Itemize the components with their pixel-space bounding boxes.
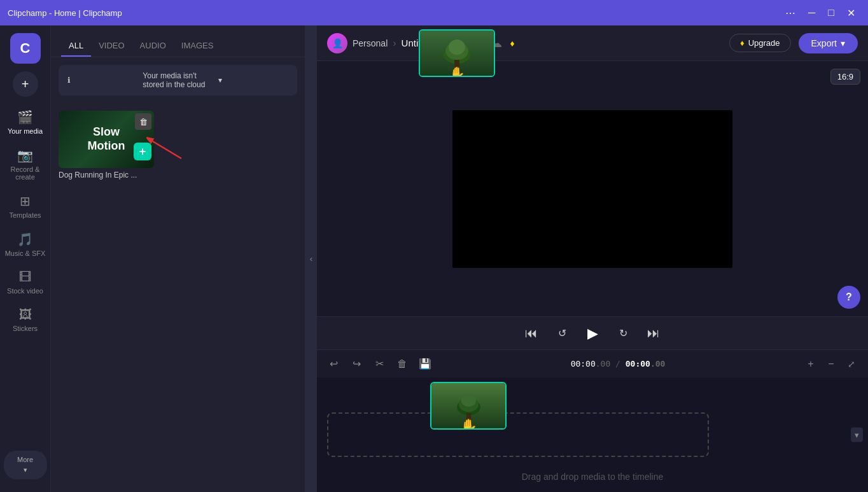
export-chevron-icon: ▾	[841, 38, 845, 48]
scroll-down-icon: ▾	[855, 430, 859, 440]
tab-images[interactable]: IMAGES	[174, 36, 221, 57]
titlebar-more-btn[interactable]: ⋯	[780, 4, 801, 22]
video-title-overlay: SlowMotion	[88, 125, 125, 153]
list-item[interactable]: SlowMotion 🗑 + Dog Running In Epic ...	[59, 111, 154, 179]
logo-letter: C	[20, 40, 31, 57]
sidebar-item-record-create[interactable]: 📷 Record & create	[3, 143, 48, 186]
redo-icon: ↪	[353, 358, 361, 370]
drag-cursor-icon: ✋	[449, 66, 465, 77]
sidebar-nav: C + 🎬 Your media 📷 Record & create ⊞ Tem…	[0, 25, 51, 492]
stickers-icon: 🖼	[19, 307, 32, 322]
breadcrumb-arrow-icon: ›	[393, 38, 396, 49]
svg-line-1	[153, 141, 181, 158]
skip-end-icon: ⏭	[647, 326, 660, 341]
sidebar-item-music-sfx[interactable]: 🎵 Music & SFX	[3, 227, 48, 262]
svg-point-9	[461, 394, 476, 407]
arrow-indicator	[146, 136, 185, 162]
undo-icon: ↩	[330, 358, 338, 370]
info-icon: ℹ	[67, 76, 137, 85]
skip-start-icon: ⏮	[525, 326, 538, 341]
music-icon: 🎵	[17, 232, 33, 247]
music-label: Music & SFX	[5, 250, 46, 257]
video-clip-on-timeline[interactable]: ✋	[430, 382, 507, 430]
skip-to-start-button[interactable]: ⏮	[521, 323, 542, 344]
sidebar-item-stock-video[interactable]: 🎞 Stock video	[3, 265, 48, 300]
help-button[interactable]: ?	[837, 286, 860, 309]
upgrade-label: Upgrade	[748, 38, 780, 48]
media-delete-button[interactable]: 🗑	[135, 113, 151, 130]
rewind-5s-button[interactable]: ↺	[552, 323, 572, 344]
zoom-out-button[interactable]: −	[822, 355, 840, 373]
sidebar-logo[interactable]: C	[10, 33, 41, 64]
titlebar-left: Clipchamp - Home | Clipchamp	[8, 8, 122, 18]
timeline-area: ✋ Drag and drop media to the timeline ▾	[317, 377, 868, 492]
title-bar: Clipchamp - Home | Clipchamp ⋯ ─ □ ✕	[0, 0, 868, 25]
aspect-ratio-badge[interactable]: 16:9	[830, 69, 860, 85]
current-time: 00:00.00	[571, 359, 615, 369]
record-create-icon: 📷	[17, 148, 33, 163]
titlebar-close-btn[interactable]: ✕	[842, 4, 860, 22]
export-button[interactable]: Export ▾	[799, 33, 858, 53]
cut-icon: ✂	[375, 358, 384, 370]
redo-button[interactable]: ↪	[347, 355, 365, 373]
media-panel: ALL VIDEO AUDIO IMAGES ℹ Your media isn'…	[51, 25, 305, 492]
crown-icon: ♦	[510, 38, 514, 48]
titlebar-controls: ⋯ ─ □ ✕	[780, 4, 860, 22]
save-icon: 💾	[419, 358, 431, 370]
forward-5-icon: ↻	[619, 327, 627, 339]
cloud-banner-text: Your media isn't stored in the cloud	[143, 71, 213, 89]
panel-collapse-button[interactable]: ‹	[305, 25, 317, 492]
time-separator: /	[615, 359, 620, 369]
main-layout: C + 🎬 Your media 📷 Record & create ⊞ Tem…	[0, 25, 868, 492]
more-button[interactable]: More ▾	[4, 451, 47, 479]
tab-all[interactable]: ALL	[61, 36, 91, 57]
upgrade-button[interactable]: ♦ Upgrade	[729, 34, 791, 52]
undo-button[interactable]: ↩	[325, 355, 342, 373]
your-media-icon: 🎬	[17, 109, 33, 125]
playback-controls: ⏮ ↺ ▶ ↻ ⏭	[317, 316, 868, 349]
cloud-banner-chevron-icon: ▾	[218, 76, 288, 85]
tab-audio[interactable]: AUDIO	[132, 36, 174, 57]
svg-point-5	[449, 39, 465, 55]
zoom-in-button[interactable]: +	[802, 355, 820, 373]
titlebar-minimize-btn[interactable]: ─	[803, 4, 820, 22]
timeline-controls: ↩ ↪ ✂ 🗑 💾 00:00.00 / 00:00.00	[317, 349, 868, 377]
play-icon: ▶	[587, 325, 598, 342]
collapse-icon: ‹	[310, 254, 312, 264]
timecode-display: 00:00.00 / 00:00.00	[571, 359, 666, 369]
scroll-down-button[interactable]: ▾	[851, 428, 863, 442]
delete-button[interactable]: 🗑	[393, 355, 411, 373]
avatar: 👤	[327, 33, 347, 53]
stock-video-label: Stock video	[7, 287, 43, 295]
editor-header: 👤 Personal › Untitled video ⋮ ☁ ♦ ♦ Upgr…	[317, 25, 868, 61]
video-preview: 16:9 ? ✋	[317, 61, 868, 316]
gem-icon: ♦	[740, 38, 745, 48]
video-clip-dragging: ✋	[419, 29, 495, 77]
delete-icon: 🗑	[397, 358, 407, 370]
cloud-storage-banner[interactable]: ℹ Your media isn't stored in the cloud ▾	[59, 65, 297, 95]
sidebar-item-your-media[interactable]: 🎬 Your media	[3, 104, 48, 140]
total-time: 00:00.00	[626, 359, 666, 369]
stickers-label: Stickers	[13, 325, 38, 332]
your-media-label: Your media	[8, 127, 43, 135]
save-button[interactable]: 💾	[416, 355, 434, 373]
drag-hand-icon: ✋	[460, 418, 477, 430]
skip-to-end-button[interactable]: ⏭	[643, 323, 664, 344]
tab-video[interactable]: VIDEO	[91, 36, 132, 57]
stock-video-icon: 🎞	[19, 270, 32, 285]
sidebar-item-stickers[interactable]: 🖼 Stickers	[3, 302, 48, 337]
export-label: Export	[811, 38, 837, 48]
cut-button[interactable]: ✂	[370, 355, 388, 373]
titlebar-maximize-btn[interactable]: □	[823, 4, 839, 22]
add-new-button[interactable]: +	[13, 71, 38, 97]
drop-zone-label: Drag and drop media to the timeline	[317, 472, 868, 482]
forward-5s-button[interactable]: ↻	[613, 323, 633, 344]
sidebar-item-templates[interactable]: ⊞ Templates	[3, 188, 48, 224]
expand-timeline-button[interactable]: ⤢	[843, 355, 860, 373]
play-button[interactable]: ▶	[582, 323, 603, 344]
record-create-label: Record & create	[5, 165, 46, 181]
templates-icon: ⊞	[20, 193, 31, 209]
personal-label: Personal	[353, 38, 388, 48]
timeline-drop-zone[interactable]: ✋	[327, 412, 709, 457]
rewind-5-icon: ↺	[558, 327, 566, 339]
